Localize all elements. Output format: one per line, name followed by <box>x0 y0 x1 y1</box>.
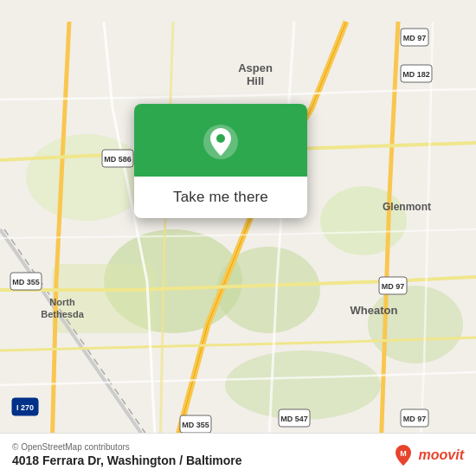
svg-text:Aspen: Aspen <box>238 61 273 74</box>
svg-text:MD 97: MD 97 <box>403 34 427 42</box>
map-roads: MD 97 MD 182 MD 586 MD 586 MD 355 MD 97 … <box>0 0 476 476</box>
map-container: MD 97 MD 182 MD 586 MD 586 MD 355 MD 97 … <box>0 0 476 476</box>
svg-text:MD 97: MD 97 <box>403 415 427 423</box>
svg-text:MD 97: MD 97 <box>382 282 405 291</box>
svg-text:Hill: Hill <box>247 74 264 87</box>
svg-text:MD 586: MD 586 <box>104 155 132 164</box>
svg-text:North: North <box>49 297 75 307</box>
svg-text:M: M <box>400 449 407 458</box>
bottom-bar: © OpenStreetMap contributors 4018 Ferrar… <box>0 433 476 476</box>
svg-point-3 <box>26 134 147 221</box>
svg-text:MD 355: MD 355 <box>182 421 209 429</box>
svg-text:MD 182: MD 182 <box>402 70 430 79</box>
moovit-label: moovit <box>419 447 464 463</box>
svg-text:MD 355: MD 355 <box>12 278 40 286</box>
location-pin-icon <box>202 123 240 161</box>
moovit-icon: M <box>391 443 415 467</box>
svg-text:I 270: I 270 <box>16 403 34 412</box>
svg-text:Glenmont: Glenmont <box>383 201 431 213</box>
bottom-info: © OpenStreetMap contributors 4018 Ferrar… <box>12 442 242 467</box>
svg-text:Bethesda: Bethesda <box>41 309 84 319</box>
location-popup: Take me there <box>134 104 307 218</box>
moovit-logo: M moovit <box>391 443 464 467</box>
svg-point-2 <box>320 186 407 255</box>
svg-point-36 <box>216 134 225 143</box>
popup-footer[interactable]: Take me there <box>134 177 307 218</box>
svg-text:MD 547: MD 547 <box>280 415 308 423</box>
address-text: 4018 Ferrara Dr, Washington / Baltimore <box>12 453 242 467</box>
attribution-text: © OpenStreetMap contributors <box>12 442 242 452</box>
take-me-there-button[interactable]: Take me there <box>173 189 268 206</box>
popup-header <box>134 104 307 177</box>
svg-text:Wheaton: Wheaton <box>351 304 398 317</box>
